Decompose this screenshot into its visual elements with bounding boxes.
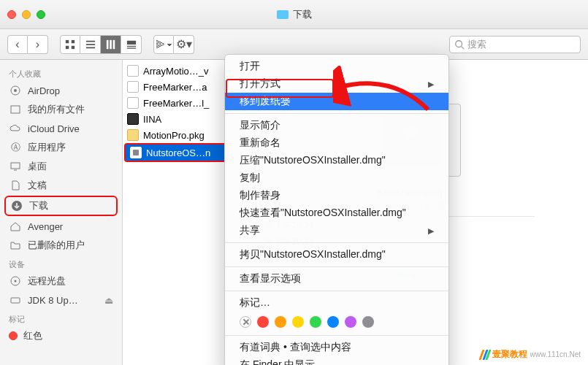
arrange-group: ⫸▾ ⚙▾: [153, 35, 194, 54]
back-button[interactable]: ‹: [7, 35, 28, 54]
menu-make-alias[interactable]: 制作替身: [225, 187, 448, 204]
view-icon-grid[interactable]: [60, 35, 80, 54]
file-item[interactable]: MotionPro.pkg: [123, 127, 230, 143]
svg-rect-18: [11, 163, 20, 169]
menu-compress[interactable]: 压缩"NutstoreOSXInstaller.dmg": [225, 152, 448, 169]
eject-icon[interactable]: ⏏: [104, 295, 113, 306]
file-item[interactable]: FreeMarker…a: [123, 79, 230, 95]
file-icon: [127, 81, 139, 93]
tag-color-green[interactable]: [310, 316, 321, 328]
forward-button[interactable]: ›: [28, 35, 48, 54]
menu-quick-look[interactable]: 快速查看"NutstoreOSXInstaller.dmg": [225, 204, 448, 222]
menu-duplicate[interactable]: 复制: [225, 169, 448, 187]
menu-move-to-trash[interactable]: 移到废纸篓: [225, 93, 448, 110]
allfiles-icon: [9, 103, 22, 116]
app-icon: [127, 113, 139, 125]
sidebar-tag-red[interactable]: 红色: [0, 326, 122, 345]
view-list[interactable]: [80, 35, 101, 54]
window-controls: [7, 10, 45, 19]
svg-rect-4: [85, 40, 94, 42]
action-button[interactable]: ⚙▾: [174, 35, 194, 54]
svg-rect-8: [110, 39, 112, 48]
sidebar-item-deleted-users[interactable]: 已删除的用户: [0, 236, 122, 255]
file-column: ArrayMotio…_v FreeMarker…a FreeMarker…l_…: [123, 60, 231, 365]
search-placeholder: 搜索: [467, 38, 486, 51]
menu-tags[interactable]: 标记…: [225, 294, 448, 312]
svg-rect-2: [66, 45, 69, 48]
file-highlight-annotation: NutstoreOS…n: [124, 143, 229, 162]
window-title-text: 下载: [293, 8, 312, 21]
menu-dictionary[interactable]: 有道词典 • 查询选中内容: [225, 339, 448, 356]
arrange-button[interactable]: ⫸▾: [153, 35, 174, 54]
menu-share[interactable]: 共享▶: [225, 222, 448, 239]
tag-color-red[interactable]: [257, 316, 269, 328]
sidebar-item-apps[interactable]: Ⓐ应用程序: [0, 138, 122, 157]
svg-rect-11: [126, 45, 135, 46]
svg-rect-5: [85, 44, 94, 45]
tag-color-gray[interactable]: [362, 316, 374, 328]
menu-show-in-finder[interactable]: 在 Finder 中显示: [225, 356, 448, 365]
menu-open[interactable]: 打开: [225, 58, 448, 75]
close-icon[interactable]: [7, 10, 16, 19]
svg-point-16: [14, 89, 17, 92]
documents-icon: [9, 179, 22, 192]
file-icon: [127, 97, 139, 109]
chevron-right-icon: ▶: [428, 80, 434, 89]
menu-separator: [225, 242, 448, 243]
nav-buttons: ‹ ›: [7, 35, 48, 54]
tag-color-orange[interactable]: [275, 316, 286, 328]
menu-open-with[interactable]: 打开方式▶: [225, 75, 448, 93]
menu-view-options[interactable]: 查看显示选项: [225, 270, 448, 288]
svg-rect-7: [106, 39, 108, 48]
sidebar-item-documents[interactable]: 文稿: [0, 176, 122, 195]
sidebar-item-downloads[interactable]: 下载: [4, 196, 118, 216]
svg-point-22: [15, 280, 17, 283]
menu-copy[interactable]: 拷贝"NutstoreOSXInstaller.dmg": [225, 246, 448, 264]
sidebar-item-allfiles[interactable]: 我的所有文件: [0, 100, 122, 119]
sidebar-item-desktop[interactable]: 桌面: [0, 157, 122, 176]
tag-color-purple[interactable]: [345, 316, 356, 328]
view-mode-group: [60, 35, 142, 54]
watermark-url: www.111cn.Net: [530, 350, 581, 358]
svg-rect-10: [126, 40, 135, 44]
watermark: 壹聚教程 www.111cn.Net: [481, 348, 581, 361]
svg-rect-0: [66, 39, 69, 42]
watermark-brand: 壹聚教程: [492, 348, 527, 361]
svg-line-14: [462, 46, 465, 49]
home-icon: [9, 220, 22, 233]
airdrop-icon: [9, 84, 22, 97]
menu-separator: [225, 113, 448, 114]
sidebar-favorites-header: 个人收藏: [0, 64, 122, 81]
drive-icon: [9, 293, 22, 307]
sidebar-device-jdk[interactable]: JDK 8 Up…⏏: [0, 291, 122, 310]
sidebar-device-remotedisk[interactable]: 远程光盘: [0, 272, 122, 291]
view-columns[interactable]: [101, 35, 121, 54]
view-coverflow[interactable]: [121, 35, 142, 54]
folder-icon: [9, 239, 22, 252]
minimize-icon[interactable]: [22, 10, 31, 19]
sidebar: 个人收藏 AirDrop 我的所有文件 iCloud Drive Ⓐ应用程序 桌…: [0, 60, 123, 365]
file-item[interactable]: ArrayMotio…_v: [123, 63, 230, 79]
menu-separator: [225, 335, 448, 336]
menu-rename[interactable]: 重新命名: [225, 134, 448, 152]
sidebar-item-airdrop[interactable]: AirDrop: [0, 81, 122, 100]
file-item-selected[interactable]: NutstoreOS…n: [126, 145, 227, 161]
downloads-icon: [10, 199, 23, 212]
svg-rect-3: [72, 45, 75, 48]
file-item[interactable]: IINA: [123, 111, 230, 127]
search-field[interactable]: 搜索: [449, 36, 581, 53]
disc-icon: [9, 274, 22, 288]
tag-color-blue[interactable]: [327, 316, 339, 328]
file-item[interactable]: FreeMarker…l_: [123, 95, 230, 111]
tag-color-yellow[interactable]: [292, 316, 304, 328]
menu-get-info[interactable]: 显示简介: [225, 117, 448, 134]
pkg-icon: [127, 129, 139, 141]
tag-clear[interactable]: [240, 316, 251, 328]
sidebar-tags-header: 标记: [0, 310, 122, 326]
tag-red-icon: [9, 331, 18, 340]
zoom-icon[interactable]: [37, 10, 45, 19]
file-icon: [127, 65, 139, 77]
sidebar-item-icloud[interactable]: iCloud Drive: [0, 119, 122, 138]
sidebar-item-avenger[interactable]: Avenger: [0, 217, 122, 236]
context-menu: 打开 打开方式▶ 移到废纸篓 显示简介 重新命名 压缩"NutstoreOSXI…: [224, 54, 449, 365]
